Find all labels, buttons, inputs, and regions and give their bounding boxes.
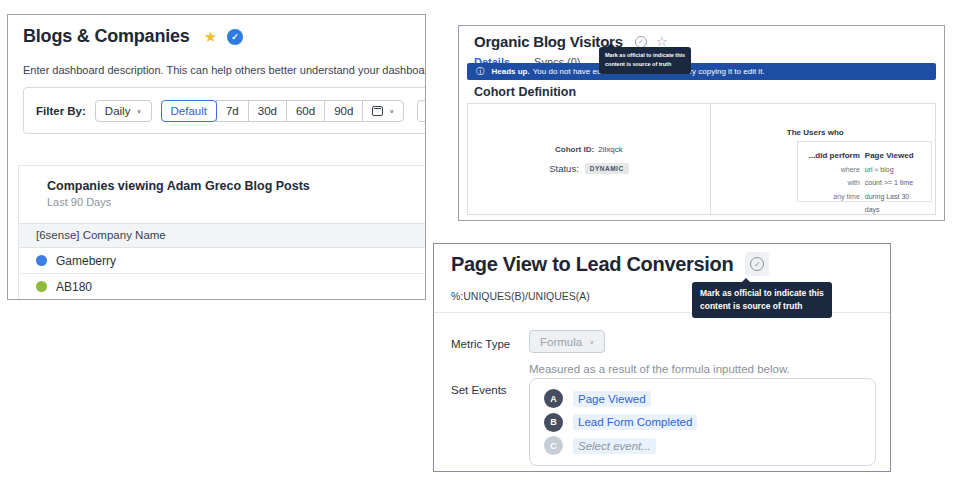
status-badge: DYNAMIC — [585, 163, 629, 174]
segment-60d[interactable]: 60d — [286, 100, 325, 122]
info-icon: ⓘ — [476, 67, 485, 76]
rules-box: ...did perform Page Viewed where url ≈ b… — [797, 141, 932, 202]
status-label: Status: — [549, 163, 579, 174]
banner-heads-up: Heads up. — [492, 67, 530, 76]
mark-official-icon[interactable]: ✓ — [635, 36, 647, 48]
tooltip-line: content is source of truth — [605, 60, 685, 69]
table-row[interactable]: AB180 — [19, 274, 425, 300]
table-row[interactable]: Gameberry — [19, 248, 425, 274]
cohort-panel: Organic Blog Visitors ✓ ☆ Details Syncs … — [458, 25, 945, 221]
set-events-label: Set Events — [451, 384, 507, 396]
no-edit-access-banner: ⓘ Heads up.You do not have edit access t… — [467, 63, 936, 80]
interval-dropdown-value: Daily — [105, 105, 131, 117]
chevron-down-icon: ∨ — [136, 107, 141, 113]
metric-type-dropdown[interactable]: Formula ∨ — [529, 330, 605, 353]
interval-dropdown[interactable]: Daily ∨ — [95, 100, 152, 122]
cohort-definition-box: Cohort ID: 2ilxqck Status: DYNAMIC The U… — [467, 103, 936, 215]
metric-title: Page View to Lead Conversion — [451, 253, 733, 276]
companies-chart-card: Companies viewing Adam Greco Blog Posts … — [18, 165, 426, 300]
cohort-rule-area: The Users who ...did perform Page Viewed… — [711, 104, 935, 214]
chevron-down-icon: ∨ — [589, 338, 594, 344]
cohort-meta: Cohort ID: 2ilxqck Status: DYNAMIC — [468, 104, 711, 214]
official-tooltip: Mark as official to indicate this conten… — [599, 47, 691, 74]
metric-type-label: Metric Type — [451, 338, 510, 350]
favorite-star-icon[interactable]: ★ — [204, 28, 217, 46]
metric-type-value: Formula — [540, 336, 582, 348]
rule-label: with — [804, 176, 860, 189]
status-row: Status: DYNAMIC — [549, 163, 628, 174]
calendar-icon — [372, 106, 383, 116]
rule-value: count >= 1 time — [865, 176, 925, 189]
custom-date-button[interactable]: ∨ — [362, 100, 404, 122]
rule-value: url ≈ blog — [865, 163, 925, 176]
rule-value: during Last 30 days — [865, 190, 925, 217]
metric-type-help: Measured as a result of the formula inpu… — [529, 363, 790, 375]
rule-label: ...did perform — [804, 148, 860, 163]
date-range-segments: Default 7d 30d 60d 90d ∨ — [161, 100, 405, 122]
series-dot-icon — [36, 281, 47, 292]
metric-title-row: Page View to Lead Conversion ✓ — [451, 252, 769, 276]
set-events-box: A Page Viewed B Lead Form Completed C Se… — [529, 378, 876, 466]
mark-official-button[interactable]: ✓ — [745, 252, 769, 276]
event-row-a[interactable]: A Page Viewed — [544, 389, 861, 408]
chart-title: Companies viewing Adam Greco Blog Posts — [47, 179, 425, 193]
dashboard-panel: Blogs & Companies ★ ✓ Enter dashboard de… — [7, 14, 426, 300]
dashboard-title: Blogs & Companies — [23, 26, 190, 47]
rule-line: ...did perform Page Viewed — [804, 148, 925, 163]
rule-value: Page Viewed — [865, 148, 925, 163]
dashboard-title-row: Blogs & Companies ★ ✓ — [23, 26, 243, 47]
company-name: Gameberry — [56, 254, 116, 268]
segment-default[interactable]: Default — [161, 100, 217, 122]
event-label[interactable]: Lead Form Completed — [573, 414, 697, 430]
segment-7d[interactable]: 7d — [216, 100, 249, 122]
filter-bar: Filter By: Daily ∨ Default 7d 30d 60d 90… — [23, 87, 426, 134]
rule-line: with count >= 1 time — [804, 176, 925, 189]
event-select-placeholder[interactable]: Select event... — [573, 438, 656, 454]
tooltip-line: Mark as official to indicate this — [700, 287, 824, 300]
metric-panel: Page View to Lead Conversion ✓ %:UNIQUES… — [433, 243, 891, 472]
event-label[interactable]: Page Viewed — [573, 391, 651, 407]
event-row-b[interactable]: B Lead Form Completed — [544, 413, 861, 432]
users-who-label: The Users who — [787, 128, 844, 137]
segment-90d[interactable]: 90d — [324, 100, 363, 122]
chevron-down-icon: ∨ — [389, 107, 394, 113]
dashboard-description[interactable]: Enter dashboard description. This can he… — [23, 64, 426, 76]
project-dropdown[interactable]: Default Project T — [417, 100, 426, 122]
official-tooltip: Mark as official to indicate this conten… — [692, 282, 832, 318]
cohort-id-value: 2ilxqck — [598, 145, 622, 154]
filter-by-label: Filter By: — [36, 105, 86, 117]
event-badge-a: A — [544, 389, 563, 408]
company-name: AB180 — [56, 280, 92, 294]
cohort-definition-heading: Cohort Definition — [474, 85, 576, 99]
chart-card-header: Companies viewing Adam Greco Blog Posts … — [19, 166, 425, 223]
event-badge-c: C — [544, 436, 563, 455]
official-check-badge[interactable]: ✓ — [227, 29, 243, 45]
rule-label: any time — [804, 190, 860, 217]
series-dot-icon — [36, 255, 47, 266]
rule-line: where url ≈ blog — [804, 163, 925, 176]
rule-label: where — [804, 163, 860, 176]
cohort-id-label: Cohort ID: — [555, 145, 594, 154]
tooltip-line: content is source of truth — [700, 300, 824, 313]
mark-official-icon: ✓ — [750, 257, 764, 271]
rule-line: any time during Last 30 days — [804, 190, 925, 217]
table-column-header: [6sense] Company Name — [19, 223, 425, 248]
event-row-c[interactable]: C Select event... — [544, 436, 861, 455]
cohort-id-line: Cohort ID: 2ilxqck — [555, 145, 623, 154]
tooltip-line: Mark as official to indicate this — [605, 51, 685, 60]
event-badge-b: B — [544, 413, 563, 432]
metric-formula: %:UNIQUES(B)/UNIQUES(A) — [451, 290, 590, 302]
chart-subtitle: Last 90 Days — [47, 196, 425, 208]
segment-30d[interactable]: 30d — [248, 100, 287, 122]
